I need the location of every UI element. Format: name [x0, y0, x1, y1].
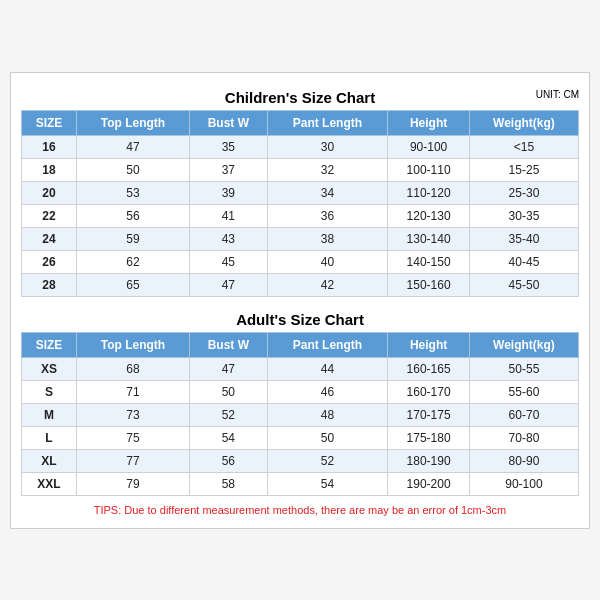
- children-table-body: 1647353090-100<1518503732100-11015-25205…: [22, 135, 579, 296]
- table-cell: 25-30: [469, 181, 578, 204]
- table-row: 24594338130-14035-40: [22, 227, 579, 250]
- table-cell: 37: [190, 158, 268, 181]
- table-cell: <15: [469, 135, 578, 158]
- table-cell: 90-100: [469, 472, 578, 495]
- table-cell: 110-120: [388, 181, 470, 204]
- adult-section-title: Adult's Size Chart: [21, 305, 579, 332]
- table-cell: 54: [190, 426, 268, 449]
- table-cell: 73: [76, 403, 189, 426]
- table-cell: 150-160: [388, 273, 470, 296]
- table-cell: 71: [76, 380, 189, 403]
- table-cell: L: [22, 426, 77, 449]
- table-cell: 160-170: [388, 380, 470, 403]
- table-cell: 32: [267, 158, 388, 181]
- table-cell: 175-180: [388, 426, 470, 449]
- table-cell: 30: [267, 135, 388, 158]
- table-row: XXL795854190-20090-100: [22, 472, 579, 495]
- table-cell: 43: [190, 227, 268, 250]
- chart-wrapper: Children's Size Chart UNIT: CM SIZE Top …: [10, 72, 590, 529]
- table-cell: 75: [76, 426, 189, 449]
- table-cell: 54: [267, 472, 388, 495]
- table-row: 18503732100-11015-25: [22, 158, 579, 181]
- table-cell: XS: [22, 357, 77, 380]
- children-header-row: SIZE Top Length Bust W Pant Length Heigh…: [22, 110, 579, 135]
- table-row: L755450175-18070-80: [22, 426, 579, 449]
- table-cell: 120-130: [388, 204, 470, 227]
- table-cell: 68: [76, 357, 189, 380]
- adult-col-header-pant-length: Pant Length: [267, 332, 388, 357]
- table-row: 22564136120-13030-35: [22, 204, 579, 227]
- table-row: 1647353090-100<15: [22, 135, 579, 158]
- table-cell: 45: [190, 250, 268, 273]
- table-cell: 180-190: [388, 449, 470, 472]
- table-cell: 59: [76, 227, 189, 250]
- table-cell: 20: [22, 181, 77, 204]
- table-cell: 15-25: [469, 158, 578, 181]
- table-cell: 79: [76, 472, 189, 495]
- col-header-pant-length: Pant Length: [267, 110, 388, 135]
- table-cell: S: [22, 380, 77, 403]
- table-cell: 24: [22, 227, 77, 250]
- table-cell: 90-100: [388, 135, 470, 158]
- adult-table-body: XS684744160-16550-55S715046160-17055-60M…: [22, 357, 579, 495]
- unit-label: UNIT: CM: [536, 89, 579, 100]
- table-cell: 40-45: [469, 250, 578, 273]
- table-cell: 53: [76, 181, 189, 204]
- table-cell: 18: [22, 158, 77, 181]
- table-row: M735248170-17560-70: [22, 403, 579, 426]
- table-cell: 22: [22, 204, 77, 227]
- table-cell: 50-55: [469, 357, 578, 380]
- table-cell: 100-110: [388, 158, 470, 181]
- children-size-table: SIZE Top Length Bust W Pant Length Heigh…: [21, 110, 579, 297]
- table-row: 20533934110-12025-30: [22, 181, 579, 204]
- table-cell: 16: [22, 135, 77, 158]
- table-row: S715046160-17055-60: [22, 380, 579, 403]
- table-cell: 50: [76, 158, 189, 181]
- tips-text: TIPS: Due to different measurement metho…: [21, 502, 579, 518]
- table-cell: 77: [76, 449, 189, 472]
- table-cell: 52: [190, 403, 268, 426]
- col-header-top-length: Top Length: [76, 110, 189, 135]
- table-cell: 80-90: [469, 449, 578, 472]
- table-cell: 47: [76, 135, 189, 158]
- table-cell: 50: [267, 426, 388, 449]
- table-cell: 26: [22, 250, 77, 273]
- table-cell: 65: [76, 273, 189, 296]
- col-header-bust-w: Bust W: [190, 110, 268, 135]
- children-section-title: Children's Size Chart UNIT: CM: [21, 83, 579, 110]
- adult-size-table: SIZE Top Length Bust W Pant Length Heigh…: [21, 332, 579, 496]
- table-cell: 42: [267, 273, 388, 296]
- table-cell: M: [22, 403, 77, 426]
- table-row: XL775652180-19080-90: [22, 449, 579, 472]
- adult-title-text: Adult's Size Chart: [236, 311, 364, 328]
- adult-col-header-weight: Weight(kg): [469, 332, 578, 357]
- table-cell: 55-60: [469, 380, 578, 403]
- children-title-text: Children's Size Chart: [225, 89, 375, 106]
- table-cell: 35-40: [469, 227, 578, 250]
- table-cell: 28: [22, 273, 77, 296]
- table-cell: 140-150: [388, 250, 470, 273]
- adult-col-header-size: SIZE: [22, 332, 77, 357]
- adult-header-row: SIZE Top Length Bust W Pant Length Heigh…: [22, 332, 579, 357]
- table-cell: 36: [267, 204, 388, 227]
- table-cell: 70-80: [469, 426, 578, 449]
- table-cell: 40: [267, 250, 388, 273]
- table-cell: 62: [76, 250, 189, 273]
- table-cell: 47: [190, 273, 268, 296]
- table-cell: XL: [22, 449, 77, 472]
- table-row: XS684744160-16550-55: [22, 357, 579, 380]
- table-cell: 58: [190, 472, 268, 495]
- table-cell: 46: [267, 380, 388, 403]
- table-cell: 35: [190, 135, 268, 158]
- table-cell: 190-200: [388, 472, 470, 495]
- table-cell: 30-35: [469, 204, 578, 227]
- table-row: 26624540140-15040-45: [22, 250, 579, 273]
- table-cell: 60-70: [469, 403, 578, 426]
- table-row: 28654742150-16045-50: [22, 273, 579, 296]
- table-cell: 38: [267, 227, 388, 250]
- table-cell: 130-140: [388, 227, 470, 250]
- table-cell: 47: [190, 357, 268, 380]
- table-cell: 52: [267, 449, 388, 472]
- col-header-height: Height: [388, 110, 470, 135]
- col-header-weight: Weight(kg): [469, 110, 578, 135]
